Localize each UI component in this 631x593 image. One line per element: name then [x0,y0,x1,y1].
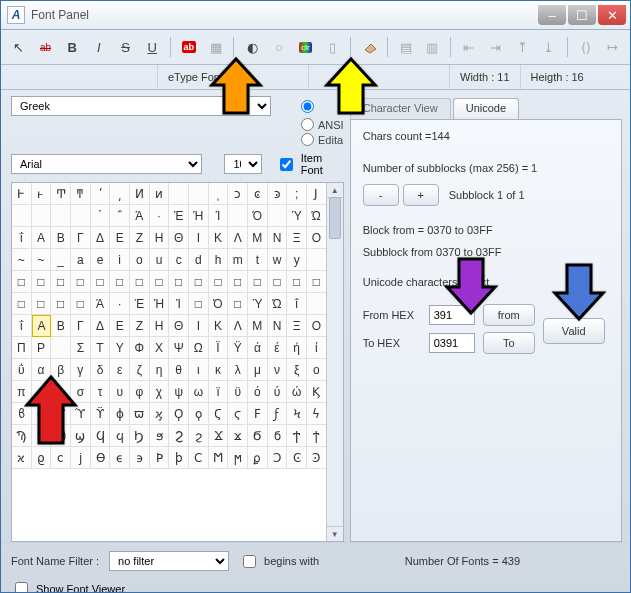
item-font-checkbox[interactable]: Item Font [276,152,344,176]
char-cell[interactable] [169,183,189,205]
char-cell[interactable]: τ [91,381,111,403]
char-cell[interactable]: ϟ [307,403,327,425]
char-cell[interactable]: ς [51,381,71,403]
char-cell[interactable]: · [150,205,170,227]
underline-icon[interactable]: U [140,35,164,59]
char-cell[interactable]: w [268,249,288,271]
char-cell[interactable]: ώ [287,381,307,403]
char-cell[interactable]: ϕ [110,403,130,425]
char-cell[interactable]: □ [248,271,268,293]
minimize-button[interactable]: – [538,5,566,25]
char-cell[interactable] [51,337,71,359]
char-cell[interactable]: Κ [209,315,229,337]
char-cell[interactable]: Ϩ [169,425,189,447]
char-cell[interactable]: □ [12,293,32,315]
char-cell[interactable]: ΐ [12,315,32,337]
char-cell[interactable]: Τ [91,337,111,359]
char-cell[interactable]: Ν [268,227,288,249]
grid-icon[interactable]: ▦ [204,35,228,59]
arrow-r2-icon[interactable]: ↦ [600,35,624,59]
char-cell[interactable]: ω [189,381,209,403]
char-cell[interactable] [268,205,288,227]
align-icon[interactable]: ▤ [394,35,418,59]
char-cell[interactable]: □ [169,271,189,293]
char-cell[interactable]: a [71,249,91,271]
ab-highlight-icon[interactable]: ab [177,35,201,59]
char-cell[interactable]: ϡ [32,425,52,447]
tab-unicode[interactable]: Unicode [453,98,519,120]
char-cell[interactable]: ͻ [228,183,248,205]
char-cell[interactable]: ζ [130,359,150,381]
char-cell[interactable]: □ [150,271,170,293]
char-cell[interactable]: Ό [209,293,229,315]
char-cell[interactable]: ί [307,337,327,359]
char-cell[interactable]: ρ [32,381,52,403]
char-cell[interactable]: ϛ [228,403,248,425]
char-cell[interactable]: □ [51,271,71,293]
char-cell[interactable]: Ͼ [287,447,307,469]
tab-charview[interactable]: Character View [350,98,451,120]
char-cell[interactable]: □ [268,271,288,293]
char-cell[interactable]: ϑ [32,403,52,425]
char-cell[interactable]: Ε [110,227,130,249]
char-cell[interactable]: Β [51,315,71,337]
char-cell[interactable]: φ [130,381,150,403]
char-cell[interactable]: Ϸ [150,447,170,469]
char-cell[interactable]: ϸ [169,447,189,469]
char-cell[interactable]: Μ [248,227,268,249]
char-cell[interactable]: ϣ [71,425,91,447]
char-cell[interactable]: ή [287,337,307,359]
char-cell[interactable]: ϭ [268,425,288,447]
char-cell[interactable]: Ͳ [51,183,71,205]
char-cell[interactable]: u [150,249,170,271]
char-cell[interactable]: Ή [189,205,209,227]
char-cell[interactable]: Ε [110,315,130,337]
char-cell[interactable] [307,249,327,271]
char-cell[interactable]: Ί [209,205,229,227]
char-cell[interactable]: Μ [248,315,268,337]
char-cell[interactable]: ʹ [91,183,111,205]
eraser-icon[interactable] [357,35,381,59]
char-cell[interactable]: Ξ [287,227,307,249]
char-cell[interactable]: υ [110,381,130,403]
char-cell[interactable]: Λ [228,227,248,249]
char-cell[interactable]: Α [32,315,52,337]
font-family-select[interactable]: Arial [11,154,202,174]
char-cell[interactable]: Θ [169,315,189,337]
char-cell[interactable]: _ [51,249,71,271]
char-cell[interactable]: Κ [209,227,229,249]
char-cell[interactable]: Ͷ [130,183,150,205]
strike-ab-icon[interactable]: ab [34,35,58,59]
char-cell[interactable]: ͳ [71,183,91,205]
to-button[interactable]: To [483,332,535,354]
char-cell[interactable]: ϧ [150,425,170,447]
arrow-left-icon[interactable]: ⇤ [457,35,481,59]
char-cell[interactable]: ~ [12,249,32,271]
radio-option-1[interactable] [301,100,318,113]
char-cell[interactable]: ΐ [12,227,32,249]
char-cell[interactable]: Ν [268,315,288,337]
char-cell[interactable]: □ [71,271,91,293]
char-cell[interactable]: Υ [110,337,130,359]
char-cell[interactable]: Λ [228,315,248,337]
char-cell[interactable]: ͺ [209,183,229,205]
char-cell[interactable]: Α [32,227,52,249]
radio-ansi[interactable]: ANSI [301,118,344,131]
char-cell[interactable]: Ϡ [12,425,32,447]
bold-icon[interactable]: B [60,35,84,59]
char-cell[interactable]: Η [150,227,170,249]
char-cell[interactable]: Ι [189,315,209,337]
char-cell[interactable]: Ϙ [169,403,189,425]
unicode-block-select[interactable]: Greek [11,96,271,116]
char-cell[interactable]: ~ [32,249,52,271]
char-cell[interactable]: ͼ [248,183,268,205]
char-cell[interactable]: κ [209,359,229,381]
char-cell[interactable]: Ί [169,293,189,315]
char-cell[interactable]: Ϳ [307,183,327,205]
char-cell[interactable]: Ͽ [307,447,327,469]
char-cell[interactable]: ο [307,359,327,381]
char-cell[interactable]: ά [248,337,268,359]
char-cell[interactable]: Ά [130,205,150,227]
char-cell[interactable]: Ϛ [209,403,229,425]
char-cell[interactable]: t [248,249,268,271]
